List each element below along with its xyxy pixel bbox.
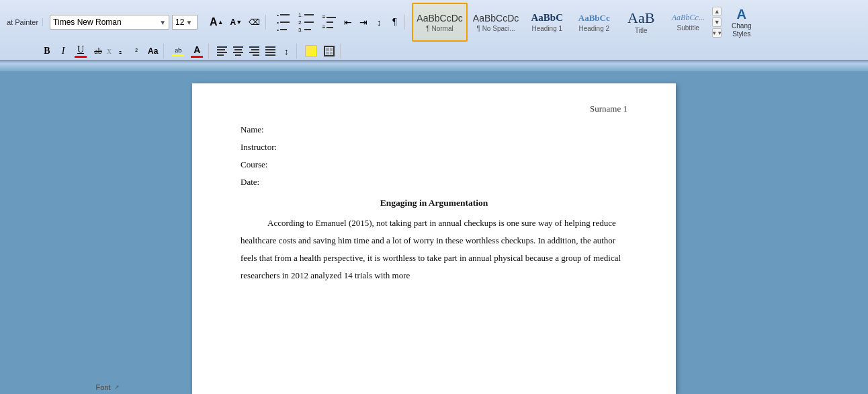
document-body: According to Emanuel (2015), not taking … — [241, 214, 627, 284]
increase-indent-button[interactable]: ⇥ — [356, 15, 371, 30]
align-right-button[interactable] — [247, 44, 262, 58]
header-right-text: Surname 1 — [590, 104, 627, 114]
strikethrough-icon: ab — [94, 46, 101, 56]
numbered-list-button[interactable]: 1. 2. 3. — [294, 15, 318, 30]
change-styles-label: ChangStyles — [732, 22, 751, 38]
strikethrough-button[interactable]: ab — [91, 44, 105, 58]
font-color-button[interactable]: A — [188, 44, 206, 58]
date-line: Date: — [241, 173, 627, 191]
shading-group — [300, 44, 341, 58]
align-center-button[interactable] — [230, 44, 246, 58]
borders-icon — [324, 46, 335, 56]
style-heading1-preview: AaBbC — [531, 12, 564, 24]
superscript-button[interactable]: ² — [129, 44, 144, 58]
borders-button[interactable] — [321, 44, 337, 58]
font-name-value: Times New Roman — [53, 17, 159, 27]
multilevel-list-button[interactable]: ≡ ≡ — [318, 15, 341, 30]
title-text: Engaging in Argumentation — [380, 198, 488, 208]
show-formatting-button[interactable]: ¶ — [387, 15, 402, 30]
align-left-button[interactable] — [214, 44, 230, 58]
style-no-spacing[interactable]: AaBbCcDc ¶ No Spaci... — [469, 3, 523, 42]
document-area: Surname 1 Name: Instructor: Course: Date… — [0, 71, 868, 394]
style-heading2-preview: AaBbCc — [578, 13, 610, 24]
grow-font-button[interactable]: A▲ — [207, 15, 226, 30]
font-color-icon: A — [191, 44, 203, 58]
clear-format-icon: ⌫ — [249, 17, 260, 27]
style-no-spacing-label: ¶ No Spaci... — [477, 25, 515, 32]
align-right-icon — [249, 46, 259, 56]
underline-icon: U — [75, 44, 87, 58]
style-title-label: Title — [635, 27, 648, 34]
font-name-selector[interactable]: Times New Roman ▼ — [50, 15, 169, 30]
instructor-line: Instructor: — [241, 139, 627, 156]
format-painter-group: at Painter — [4, 18, 43, 26]
bold-button[interactable]: B — [40, 44, 54, 58]
grow-font-icon: A — [210, 16, 218, 28]
color-group: ab A — [167, 44, 209, 58]
subscript-button[interactable]: ₂ — [113, 44, 128, 58]
font-section-label: Font ↗ — [34, 382, 181, 393]
bullet-list-icon: • • • — [275, 11, 291, 34]
ruler — [0, 63, 868, 71]
sort-icon: ↕ — [377, 17, 382, 28]
name-label: Name: — [241, 124, 264, 134]
style-subtitle[interactable]: AaBbCc... Subtitle — [665, 3, 711, 42]
bullet-list-button[interactable]: • • • — [273, 15, 294, 30]
align-left-icon — [217, 46, 227, 56]
align-center-icon — [233, 46, 243, 56]
style-subtitle-preview: AaBbCc... — [672, 13, 705, 23]
body-text: According to Emanuel (2015), not taking … — [241, 218, 621, 280]
decrease-indent-button[interactable]: ⇤ — [341, 15, 355, 30]
font-size-arrow[interactable]: ▼ — [185, 19, 192, 26]
sort-button[interactable]: ↕ — [372, 15, 386, 30]
highlight-button[interactable]: ab — [169, 44, 187, 58]
justify-icon — [265, 46, 275, 56]
shrink-font-button[interactable]: A▼ — [228, 15, 245, 30]
justify-button[interactable] — [263, 44, 278, 58]
shrink-font-icon: A — [230, 17, 236, 27]
change-styles-button[interactable]: A ChangStyles — [723, 3, 760, 42]
list-buttons: • • • 1. 2. 3. ≡ ≡ — [270, 15, 405, 30]
styles-scroll-up[interactable]: ▲ — [712, 7, 722, 16]
sub-super-separator: x — [107, 46, 112, 56]
font-size-adjust-button[interactable]: Aa — [145, 44, 161, 58]
course-line: Course: — [241, 156, 627, 173]
increase-indent-icon: ⇥ — [359, 17, 367, 28]
styles-scroll-arrows: ▲ ▼ ▼▼ — [712, 7, 722, 38]
line-spacing-button[interactable]: ↕ — [279, 44, 294, 58]
style-heading2[interactable]: AaBbCc Heading 2 — [571, 3, 617, 42]
style-title[interactable]: AaB Title — [618, 3, 664, 42]
styles-scroll-more[interactable]: ▼▼ — [712, 28, 722, 38]
grow-font-up: ▲ — [218, 19, 224, 26]
styles-scroll-down[interactable]: ▼ — [712, 17, 722, 27]
course-label: Course: — [241, 159, 267, 169]
style-normal[interactable]: AaBbCcDc ¶ Normal — [412, 3, 467, 42]
alignment-group: ↕ — [212, 44, 297, 58]
subscript-icon: ₂ — [119, 47, 122, 56]
superscript-icon: ² — [135, 47, 138, 55]
style-normal-preview: AaBbCcDc — [417, 13, 462, 24]
format-painter-label: at Painter — [7, 18, 38, 26]
numbered-list-icon: 1. 2. 3. — [297, 11, 315, 34]
shading-button[interactable] — [302, 44, 320, 58]
italic-button[interactable]: I — [56, 44, 71, 58]
font-format-group: B I U ab x ₂ ² Aa — [37, 44, 164, 58]
change-styles-icon: A — [737, 7, 746, 22]
decrease-indent-icon: ⇤ — [344, 17, 352, 28]
font-dropdown-arrow[interactable]: ▼ — [159, 19, 166, 26]
styles-group: AaBbCcDc ¶ Normal AaBbCcDc ¶ No Spaci...… — [412, 3, 760, 42]
shading-icon — [305, 45, 317, 57]
style-heading1[interactable]: AaBbC Heading 1 — [524, 3, 570, 42]
style-title-preview: AaB — [627, 11, 654, 26]
style-heading1-label: Heading 1 — [531, 25, 562, 32]
font-section-arrow: ↗ — [114, 384, 120, 391]
clear-format-button[interactable]: ⌫ — [246, 15, 263, 30]
document-title: Engaging in Argumentation — [241, 194, 627, 212]
font-size-selector[interactable]: 12 ▼ — [172, 15, 198, 30]
highlight-icon: ab — [172, 46, 184, 56]
toolbar: at Painter Times New Roman ▼ 12 ▼ A▲ A▼ … — [0, 0, 868, 61]
instructor-label: Instructor: — [241, 142, 277, 152]
multilevel-list-icon: ≡ ≡ — [321, 13, 338, 32]
underline-button[interactable]: U — [72, 44, 89, 58]
name-line: Name: — [241, 121, 627, 139]
